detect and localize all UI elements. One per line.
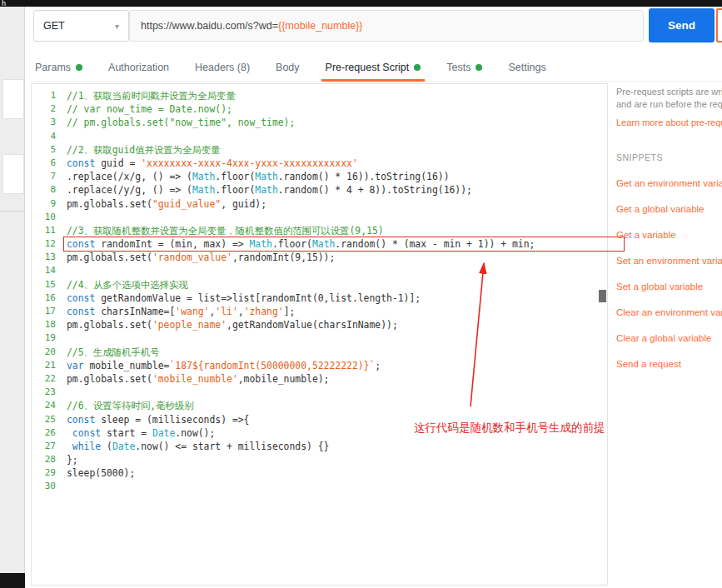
tab-label: Tests bbox=[446, 62, 471, 73]
code-line[interactable]: const randomInt = (min, max) => Math.flo… bbox=[67, 237, 607, 251]
code-line[interactable]: //6、设置等待时间,毫秒级别 bbox=[67, 399, 607, 412]
code-line[interactable]: //2、获取guid值并设置为全局变量 bbox=[67, 143, 607, 157]
line-number: 23 bbox=[32, 386, 63, 399]
line-number: 26 bbox=[32, 426, 63, 440]
line-number: 16 bbox=[32, 292, 63, 305]
line-number: 3 bbox=[32, 116, 63, 129]
line-number: 11 bbox=[32, 224, 63, 237]
left-sidebar-strip bbox=[0, 7, 25, 588]
code-line[interactable] bbox=[67, 130, 607, 143]
snippet-link-set-environment-variable[interactable]: Set an environment variab bbox=[616, 256, 722, 266]
code-line[interactable]: pm.globals.set('people_name',getRandomVa… bbox=[67, 318, 607, 331]
line-number: 9 bbox=[32, 197, 63, 211]
line-number: 17 bbox=[32, 305, 63, 318]
code-line[interactable]: //1、获取当前时间戳并设置为全局变量 bbox=[67, 89, 607, 102]
code-line[interactable] bbox=[67, 264, 607, 277]
line-number: 19 bbox=[32, 331, 63, 345]
highlight-box bbox=[63, 237, 625, 252]
line-number: 2 bbox=[32, 102, 63, 116]
strip-panel bbox=[2, 154, 24, 194]
url-input[interactable]: https://www.baidu.com/s?wd={{mobile_numb… bbox=[129, 10, 644, 42]
top-window-bar: h bbox=[0, 0, 722, 7]
snippet-link-send-a-request[interactable]: Send a request bbox=[616, 359, 722, 369]
snippet-link-clear-environment-variable[interactable]: Clear an environment varia bbox=[616, 307, 722, 317]
line-number: 4 bbox=[32, 130, 63, 143]
code-line[interactable] bbox=[67, 331, 607, 345]
docs-panel: Pre-request scripts are writ and are run… bbox=[616, 86, 722, 369]
code-line[interactable] bbox=[67, 211, 607, 224]
line-number: 30 bbox=[32, 480, 63, 493]
line-number: 13 bbox=[32, 251, 63, 264]
snippet-link-get-environment-variable[interactable]: Get an environment variab bbox=[616, 178, 722, 188]
strip-bottom-bar bbox=[0, 573, 25, 588]
url-variable: {{mobile_numble}} bbox=[278, 20, 362, 32]
code-line[interactable]: //5、生成随机手机号 bbox=[67, 346, 607, 359]
green-dot bbox=[414, 64, 421, 71]
tab-body[interactable]: Body bbox=[276, 53, 300, 82]
code-editor[interactable]: 1234567891011121314151617181920212223242… bbox=[31, 83, 608, 586]
snippet-link-set-global-variable[interactable]: Set a global variable bbox=[616, 282, 722, 292]
code-line[interactable] bbox=[67, 386, 607, 399]
method-dropdown[interactable]: GET ▾ bbox=[33, 10, 129, 42]
send-split-dropdown[interactable] bbox=[716, 8, 722, 42]
annotation-text: 这行代码是随机数和手机号生成的前提 bbox=[414, 421, 605, 436]
green-dot bbox=[476, 64, 482, 71]
url-text: https://www.baidu.com/s?wd= bbox=[141, 20, 278, 32]
tab-settings[interactable]: Settings bbox=[508, 53, 545, 82]
code-line[interactable]: sleep(5000); bbox=[67, 466, 607, 480]
tab-headers[interactable]: Headers (8) bbox=[195, 53, 250, 82]
line-number: 15 bbox=[32, 278, 63, 292]
method-label: GET bbox=[43, 20, 65, 32]
description-line: Pre-request scripts are writ bbox=[616, 87, 722, 97]
tab-pre-request-script[interactable]: Pre-request Script bbox=[326, 53, 421, 82]
editor-scrollbar-thumb[interactable] bbox=[599, 290, 606, 302]
editor-gutter: 1234567891011121314151617181920212223242… bbox=[32, 89, 63, 494]
line-number: 10 bbox=[32, 211, 63, 224]
code-line[interactable]: const guid = 'xxxxxxxx-xxxx-4xxx-yxxx-xx… bbox=[67, 157, 607, 170]
code-line[interactable] bbox=[67, 480, 607, 493]
description-line: and are run before the requ bbox=[616, 99, 722, 109]
tab-label: Params bbox=[35, 62, 71, 73]
line-number: 27 bbox=[32, 440, 63, 453]
snippet-link-get-global-variable[interactable]: Get a global variable bbox=[616, 204, 722, 214]
code-line[interactable]: pm.globals.set('random_value',randomInt(… bbox=[67, 251, 607, 264]
code-line[interactable]: .replace(/y/g, () => (Math.floor(Math.ra… bbox=[67, 183, 607, 197]
code-line[interactable]: const charsInName=['wang','li','zhang']; bbox=[67, 305, 607, 318]
line-number: 29 bbox=[32, 466, 63, 480]
tab-label: Settings bbox=[508, 62, 545, 73]
send-button[interactable]: Send bbox=[649, 8, 715, 42]
code-line[interactable]: }; bbox=[67, 453, 607, 466]
green-dot bbox=[76, 64, 82, 71]
code-line[interactable]: pm.globals.set('mobile_numble',mobile_nu… bbox=[67, 372, 607, 386]
line-number: 24 bbox=[32, 399, 63, 412]
code-line[interactable]: //3、获取随机整数并设置为全局变量，随机整数值的范围可以设置(9,15) bbox=[67, 224, 607, 237]
line-number: 28 bbox=[32, 453, 63, 466]
tab-params[interactable]: Params bbox=[35, 53, 82, 82]
tab-authorization[interactable]: Authorization bbox=[108, 53, 169, 82]
line-number: 21 bbox=[32, 359, 63, 372]
code-line[interactable]: while (Date.now() <= start + millisecond… bbox=[67, 440, 607, 453]
code-line[interactable]: .replace(/x/g, () => (Math.floor(Math.ra… bbox=[67, 170, 607, 183]
line-number: 5 bbox=[32, 143, 63, 157]
code-line[interactable]: const getRandomValue = list=>list[random… bbox=[67, 292, 607, 305]
snippet-link-clear-global-variable[interactable]: Clear a global variable bbox=[616, 333, 722, 343]
tab-label: Authorization bbox=[108, 62, 169, 73]
learn-more-link[interactable]: Learn more about pre-requ bbox=[616, 117, 722, 127]
strip-panel bbox=[2, 79, 24, 119]
code-line[interactable]: // pm.globals.set("now_time", now_time); bbox=[67, 116, 607, 129]
postman-request-panel: GET ▾ https://www.baidu.com/s?wd={{mobil… bbox=[25, 7, 722, 588]
line-number: 14 bbox=[32, 264, 63, 277]
pre-request-description: Pre-request scripts are writ and are run… bbox=[616, 86, 722, 111]
code-line[interactable]: // var now_time = Date.now(); bbox=[67, 102, 607, 116]
line-number: 22 bbox=[32, 372, 63, 386]
snippet-link-get-variable[interactable]: Get a variable bbox=[616, 230, 722, 240]
code-line[interactable]: var mobile_numble=`187${randomInt(500000… bbox=[67, 359, 607, 372]
tab-tests[interactable]: Tests bbox=[446, 53, 482, 82]
snippets-title: SNIPPETS bbox=[616, 152, 722, 162]
code-line[interactable]: //4、从多个选项中选择实现 bbox=[67, 278, 607, 292]
chevron-down-icon: ▾ bbox=[115, 22, 119, 31]
tab-label: Pre-request Script bbox=[326, 62, 410, 73]
tab-label: Body bbox=[276, 62, 300, 73]
tab-label: Headers (8) bbox=[195, 62, 250, 73]
code-line[interactable]: pm.globals.set("guid_value", guid); bbox=[67, 197, 607, 211]
